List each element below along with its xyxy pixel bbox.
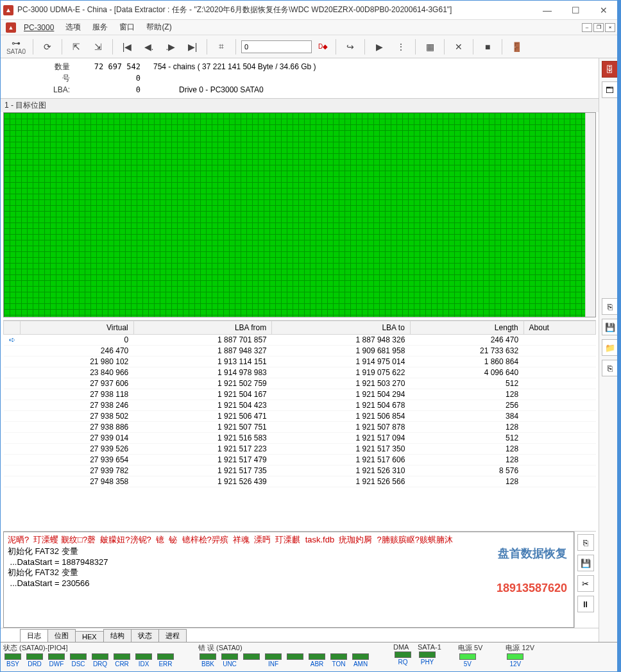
table-row[interactable]: 27 939 7821 921 517 7351 921 526 3108 57… <box>4 466 596 476</box>
column-header[interactable]: LBA to <box>272 321 411 335</box>
menu-brand[interactable]: PC-3000 <box>19 22 59 33</box>
table-row[interactable]: 246 4701 887 948 3271 909 681 95821 733 … <box>4 346 596 357</box>
plug-icon: ⊶ <box>12 38 21 48</box>
bitmap-area[interactable] <box>3 112 596 317</box>
row-icon <box>4 476 21 487</box>
close-button[interactable]: ✕ <box>590 1 618 19</box>
cell-lba-to: 1 921 526 566 <box>272 476 411 487</box>
mdi-close[interactable]: × <box>605 23 615 32</box>
side-save-button[interactable]: 💾 <box>602 319 618 335</box>
play-dropdown[interactable]: ⋮ <box>392 38 410 56</box>
grid2-button[interactable]: ▦ <box>421 38 439 56</box>
column-header[interactable]: LBA from <box>133 321 272 335</box>
table-row[interactable]: 27 948 3581 921 526 4391 921 526 566128 <box>4 476 596 487</box>
column-header[interactable]: Length <box>410 321 523 335</box>
watermark-phone: 18913587620 <box>497 582 567 595</box>
exit-icon: 🚪 <box>511 42 522 52</box>
table-row[interactable]: ➪01 887 701 8571 887 948 326246 470 <box>4 335 596 346</box>
led-item: ABR <box>307 653 327 668</box>
minimize-button[interactable]: — <box>533 1 561 19</box>
row-icon <box>4 433 21 444</box>
row-icon <box>4 389 21 400</box>
table-row[interactable]: 27 938 8861 921 507 7511 921 507 878128 <box>4 422 596 433</box>
open-icon: ⎘ <box>608 302 613 312</box>
sata-button[interactable]: ⊶ SATA0 <box>4 38 28 56</box>
cell-length: 384 <box>410 411 523 422</box>
menu-options[interactable]: 选项 <box>60 21 86 34</box>
led-item: UNC <box>220 653 239 668</box>
log-save-button[interactable]: 💾 <box>577 555 594 571</box>
info-panel: 数量 72 697 542 754 - chains ( 37 221 141 … <box>1 58 599 99</box>
led-item: DSC <box>69 653 88 668</box>
separator <box>62 39 62 55</box>
cell-lba-from: 1 887 701 857 <box>133 335 272 346</box>
cell-about <box>523 346 595 357</box>
column-header[interactable]: About <box>523 321 595 335</box>
grid-button[interactable]: ⌗ <box>212 38 230 56</box>
table-row[interactable]: 21 980 1021 913 114 1511 914 975 0141 86… <box>4 357 596 367</box>
column-header[interactable]: Virtual <box>21 321 134 335</box>
mdi-controls: – ❐ × <box>582 23 615 32</box>
table-row[interactable]: 27 938 2461 921 504 4231 921 504 678256 <box>4 400 596 411</box>
tab-struct[interactable]: 结构 <box>103 629 132 642</box>
info-value: 0 <box>76 74 153 83</box>
log-area[interactable]: 泥晒? 玎溧蠼 觐纹□?磬 皴朦妞?滂铌? 镱 铋 镱梓桧?羿殡 祥魂 溧眄 玎… <box>3 532 574 628</box>
cell-virtual: 27 938 118 <box>21 389 134 400</box>
maximize-button[interactable]: ☐ <box>561 1 590 19</box>
exit-button[interactable]: 🚪 <box>507 38 525 56</box>
bitmap-scrollbar[interactable] <box>585 113 595 317</box>
table-row[interactable]: 27 938 1181 921 504 1671 921 504 294128 <box>4 389 596 400</box>
cell-about <box>523 367 595 378</box>
table-wrap[interactable]: VirtualLBA fromLBA toLengthAbout ➪01 887… <box>3 320 596 532</box>
tab-status[interactable]: 状态 <box>131 629 159 642</box>
prev-button[interactable]: ◀. <box>140 38 158 56</box>
mdi-minimize[interactable]: – <box>582 23 592 32</box>
cell-virtual: 23 840 966 <box>21 367 134 378</box>
log-clear-button[interactable]: ✂ <box>577 575 594 592</box>
first-icon: |◀ <box>123 42 132 52</box>
menu-service[interactable]: 服务 <box>87 21 113 34</box>
menubar: ▲ PC-3000 选项 服务 窗口 帮助(Z) – ❐ × <box>1 20 620 35</box>
table-row[interactable]: 23 840 9661 914 978 9831 919 075 6224 09… <box>4 367 596 378</box>
cell-lba-from: 1 921 526 439 <box>133 476 272 487</box>
side-folder-button[interactable]: 📁 <box>602 339 618 356</box>
titlebar[interactable]: ▲ PC-3000 UDMA-E - China - [Data Extract… <box>1 1 620 20</box>
table-row[interactable]: 27 937 6061 921 502 7591 921 503 270512 <box>4 378 596 389</box>
tab-process[interactable]: 进程 <box>158 629 187 642</box>
tab-log[interactable]: 日志 <box>20 629 48 642</box>
address-input[interactable] <box>241 40 312 53</box>
goto-button[interactable]: ↪ <box>341 38 359 56</box>
led-item: BSY <box>3 653 22 668</box>
database-icon: 🗄 <box>606 65 614 74</box>
column-header[interactable] <box>4 321 21 335</box>
cell-length: 21 733 632 <box>410 346 523 357</box>
table-row[interactable]: 27 939 0141 921 516 5831 921 517 094512 <box>4 433 596 444</box>
menu-window[interactable]: 窗口 <box>114 21 140 34</box>
led-item <box>242 653 261 668</box>
table-row[interactable]: 27 938 5021 921 506 4711 921 506 854384 <box>4 411 596 422</box>
table-row[interactable]: 27 939 6541 921 517 4791 921 517 606128 <box>4 455 596 466</box>
row-icon <box>4 378 21 389</box>
table-row[interactable]: 27 939 5261 921 517 2231 921 517 350128 <box>4 444 596 455</box>
brand-icon: ▲ <box>6 22 16 33</box>
side-open-button[interactable]: ⎘ <box>602 298 618 315</box>
last-button[interactable]: ▶| <box>183 38 201 56</box>
tab-hex[interactable]: HEX <box>75 631 104 642</box>
menu-help[interactable]: 帮助(Z) <box>141 21 176 34</box>
log-side-toolbar: ⎘ 💾 ✂ ⏸ <box>574 532 596 628</box>
export-button[interactable]: ⇱ <box>67 38 85 56</box>
side-db-button[interactable]: 🗄 <box>602 61 618 78</box>
stop-button[interactable]: ■ <box>479 38 497 56</box>
tools-button[interactable]: ✕ <box>450 38 468 56</box>
next-button[interactable]: .▶ <box>162 38 180 56</box>
side-copy-button[interactable]: ⎘ <box>602 360 618 376</box>
import-button[interactable]: ⇲ <box>89 38 107 56</box>
refresh-button[interactable]: ⟳ <box>38 38 56 56</box>
log-load-button[interactable]: ⎘ <box>577 534 594 551</box>
play-button[interactable]: ▶ <box>370 38 388 56</box>
mdi-restore[interactable]: ❐ <box>593 23 604 32</box>
first-button[interactable]: |◀ <box>118 38 136 56</box>
tab-bitmap[interactable]: 位图 <box>47 629 76 642</box>
side-app-button[interactable]: 🗔 <box>602 81 618 98</box>
log-pause-button[interactable]: ⏸ <box>577 596 594 612</box>
